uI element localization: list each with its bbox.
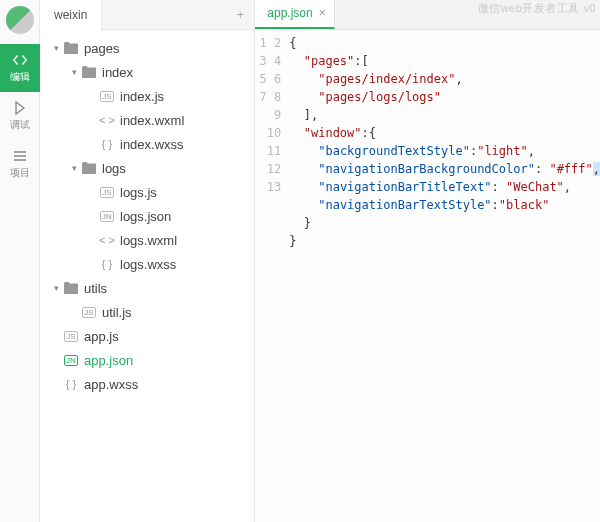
file-label: util.js: [102, 305, 132, 320]
rail-item-debug[interactable]: 调试: [0, 92, 40, 140]
caret-icon: ▾: [68, 67, 80, 77]
file-label: index: [102, 65, 133, 80]
file-label: index.js: [120, 89, 164, 104]
wxss-file-icon: { }: [62, 377, 80, 391]
file-label: app.wxss: [84, 377, 138, 392]
caret-icon: ▾: [50, 43, 62, 53]
tree-file[interactable]: { }index.wxss: [40, 132, 254, 156]
file-label: logs.js: [120, 185, 157, 200]
sidebar-tab[interactable]: weixin: [40, 0, 102, 30]
json-file-icon: JN: [62, 353, 80, 367]
file-tree: ▾pages▾indexJSindex.js< >index.wxml{ }in…: [40, 30, 254, 522]
file-label: logs.wxss: [120, 257, 176, 272]
tree-folder[interactable]: ▾pages: [40, 36, 254, 60]
file-label: pages: [84, 41, 119, 56]
activity-rail: 编辑 调试 项目: [0, 0, 40, 522]
tree-file[interactable]: < >logs.wxml: [40, 228, 254, 252]
js-file-icon: JS: [98, 185, 116, 199]
wxss-file-icon: { }: [98, 257, 116, 271]
code-icon: [12, 52, 28, 68]
file-explorer: weixin + ▾pages▾indexJSindex.js< >index.…: [40, 0, 255, 522]
tree-file[interactable]: { }logs.wxss: [40, 252, 254, 276]
tree-file[interactable]: { }app.wxss: [40, 372, 254, 396]
code-content[interactable]: { "pages":[ "pages/index/index", "pages/…: [289, 34, 600, 522]
add-tab-button[interactable]: +: [226, 0, 254, 29]
file-label: logs.json: [120, 209, 171, 224]
app-root: 编辑 调试 项目 weixin + ▾pages▾indexJSindex.js…: [0, 0, 600, 522]
file-label: index.wxss: [120, 137, 184, 152]
caret-icon: ▾: [68, 163, 80, 173]
rail-item-edit[interactable]: 编辑: [0, 44, 40, 92]
menu-icon: [12, 148, 28, 164]
rail-label: 调试: [10, 118, 30, 132]
folder-icon: [80, 65, 98, 79]
tree-file[interactable]: JSlogs.js: [40, 180, 254, 204]
tree-file[interactable]: JSutil.js: [40, 300, 254, 324]
wxss-file-icon: { }: [98, 137, 116, 151]
file-label: logs.wxml: [120, 233, 177, 248]
js-file-icon: JS: [62, 329, 80, 343]
tree-file[interactable]: JSindex.js: [40, 84, 254, 108]
wxml-file-icon: < >: [98, 113, 116, 127]
tree-folder[interactable]: ▾index: [40, 60, 254, 84]
js-file-icon: JS: [80, 305, 98, 319]
file-label: app.json: [84, 353, 133, 368]
plus-icon: +: [237, 7, 245, 22]
tree-file[interactable]: JSapp.js: [40, 324, 254, 348]
tree-file[interactable]: JNapp.json: [40, 348, 254, 372]
editor-tab-label: app.json: [267, 0, 312, 28]
rail-item-project[interactable]: 项目: [0, 140, 40, 188]
json-file-icon: JN: [98, 209, 116, 223]
folder-icon: [62, 281, 80, 295]
tree-file[interactable]: JNlogs.json: [40, 204, 254, 228]
rail-label: 编辑: [10, 70, 30, 84]
avatar[interactable]: [6, 6, 34, 34]
file-label: logs: [102, 161, 126, 176]
file-label: app.js: [84, 329, 119, 344]
folder-icon: [62, 41, 80, 55]
close-icon[interactable]: ×: [319, 0, 326, 28]
sidebar-tab-label: weixin: [54, 0, 87, 30]
rail-label: 项目: [10, 166, 30, 180]
debug-icon: [12, 100, 28, 116]
tree-file[interactable]: < >index.wxml: [40, 108, 254, 132]
line-gutter: 1 2 3 4 5 6 7 8 9 10 11 12 13: [255, 34, 289, 522]
sidebar-tabbar: weixin +: [40, 0, 254, 30]
caret-icon: ▾: [50, 283, 62, 293]
tree-folder[interactable]: ▾utils: [40, 276, 254, 300]
tree-folder[interactable]: ▾logs: [40, 156, 254, 180]
editor-tab[interactable]: app.json ×: [255, 0, 334, 29]
wxml-file-icon: < >: [98, 233, 116, 247]
editor-pane: app.json × 1 2 3 4 5 6 7 8 9 10 11 12 13…: [255, 0, 600, 522]
file-label: index.wxml: [120, 113, 184, 128]
code-area[interactable]: 1 2 3 4 5 6 7 8 9 10 11 12 13 { "pages":…: [255, 30, 600, 522]
file-label: utils: [84, 281, 107, 296]
folder-icon: [80, 161, 98, 175]
window-title-remnant: 微信web开发者工具 v0: [478, 1, 596, 16]
js-file-icon: JS: [98, 89, 116, 103]
